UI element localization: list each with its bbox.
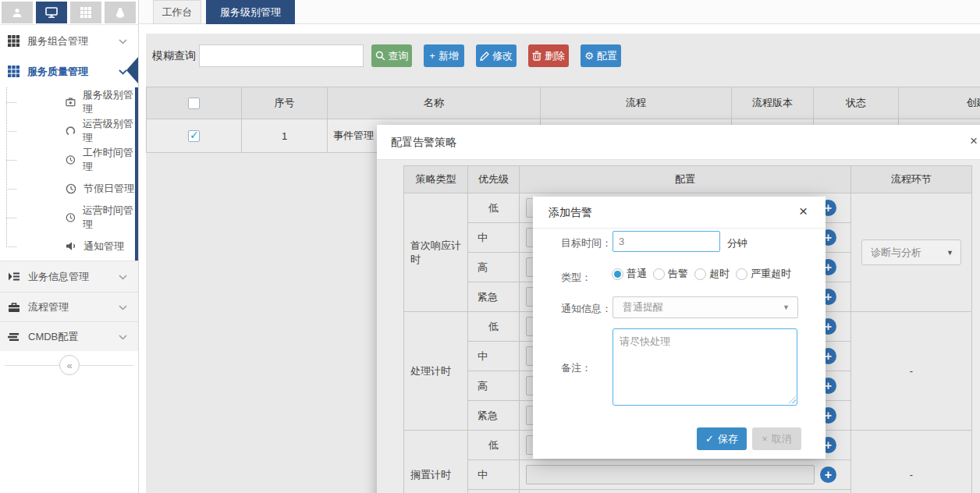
radio-label: 普通	[627, 267, 647, 281]
list-arrow-icon	[8, 271, 20, 282]
add-button[interactable]: + 新增	[424, 44, 464, 67]
target-time-input[interactable]	[612, 231, 720, 252]
sidebar-item-label: 运营时间管理	[83, 204, 138, 232]
config-button[interactable]: ⚙ 配置	[581, 44, 621, 67]
briefcase-icon	[8, 302, 20, 313]
column-header-config: 配置	[520, 166, 851, 193]
radio-label: 告警	[668, 267, 688, 281]
delete-button[interactable]: 删除	[528, 44, 569, 67]
radio-icon	[612, 268, 623, 280]
sidebar-item-service-portfolio[interactable]: 服务组合管理	[0, 26, 138, 56]
grid-apps-icon[interactable]	[70, 2, 101, 23]
radio-alert[interactable]: 告警	[653, 267, 688, 281]
sidebar-item-ops-time[interactable]: 运营时间管理	[0, 203, 138, 232]
caret-down-icon: ▼	[946, 249, 953, 257]
priority-cell: 中	[468, 342, 520, 371]
fuzzy-search-input[interactable]	[199, 44, 364, 67]
chevron-down-icon	[119, 331, 127, 342]
sidebar-item-holiday[interactable]: 节假日管理	[0, 174, 138, 203]
tab-workbench[interactable]: 工作台	[153, 0, 201, 24]
notify-select-value: 普通提醒	[623, 300, 663, 314]
column-header-priority: 优先级	[468, 166, 520, 193]
modal-header: 配置告警策略 ×	[377, 125, 980, 160]
grid-icon	[8, 66, 20, 77]
gear-icon: ⚙	[584, 50, 594, 62]
radio-icon	[653, 268, 665, 280]
config-cell: +	[520, 490, 851, 493]
add-alert-plus-button[interactable]: +	[820, 466, 836, 483]
button-label: 修改	[492, 49, 513, 63]
user-icon[interactable]	[2, 2, 33, 23]
radio-normal[interactable]: 普通	[612, 267, 647, 281]
save-button[interactable]: ✓ 保存	[697, 427, 747, 450]
sidebar-collapse-button[interactable]: «	[59, 355, 80, 375]
user-icon	[12, 7, 23, 18]
sidebar-item-sla-management[interactable]: 服务级别管理	[0, 87, 138, 116]
radio-severe-timeout[interactable]: 严重超时	[736, 267, 791, 281]
sidebar-item-cmdb-config[interactable]: CMDB配置	[0, 321, 138, 351]
grid-icon	[8, 35, 20, 47]
sidebar-item-label: 运营级别管理	[83, 117, 138, 145]
clock-icon	[66, 154, 76, 165]
sidebar-item-process-mgmt[interactable]: 流程管理	[0, 292, 138, 321]
config-input[interactable]	[526, 465, 815, 484]
button-label: 配置	[597, 49, 617, 63]
modal-title: 配置告警策略	[391, 136, 456, 150]
row-seq: 1	[242, 119, 328, 153]
resize-grip-icon[interactable]	[789, 396, 796, 403]
trash-icon	[532, 51, 541, 61]
radio-icon	[694, 268, 706, 280]
notify-label: 通知信息：	[561, 302, 612, 316]
button-label: 删除	[545, 49, 565, 63]
close-icon[interactable]: ×	[970, 133, 978, 149]
tab-label: 服务级别管理	[220, 5, 281, 20]
sidebar-submenu: 服务级别管理 运营级别管理 工作时间管理 节假日管理 运营时间管理 通知管理	[0, 87, 138, 261]
select-all-checkbox[interactable]	[188, 98, 200, 109]
priority-cell: 低	[468, 312, 520, 342]
notify-select[interactable]: 普通提醒 ▼	[612, 296, 798, 318]
target-time-unit: 分钟	[727, 236, 747, 250]
priority-cell: 低	[468, 431, 520, 460]
column-header-status: 状态	[814, 87, 899, 119]
chevron-down-icon	[119, 35, 127, 47]
priority-cell: 高	[468, 253, 520, 282]
edit-button[interactable]: 修改	[476, 44, 517, 67]
close-icon[interactable]: ×	[799, 203, 808, 220]
sidebar-item-label: 节假日管理	[83, 182, 134, 196]
type-radio-group: 普通 告警 超时 严重超时	[612, 267, 797, 281]
radio-timeout[interactable]: 超时	[694, 267, 730, 281]
submenu-scrollbar[interactable]	[135, 87, 138, 261]
divider	[0, 24, 139, 25]
priority-cell: 中	[468, 460, 520, 490]
priority-cell: 紧急	[468, 282, 520, 312]
modal-title: 添加告警	[549, 206, 592, 220]
sidebar-item-notification[interactable]: 通知管理	[0, 232, 138, 261]
cancel-button[interactable]: × 取消	[752, 427, 801, 450]
sidebar-item-work-time[interactable]: 工作时间管理	[0, 145, 138, 174]
stage-cell: -	[851, 431, 972, 493]
linux-icon[interactable]	[105, 2, 136, 23]
tab-sla-management[interactable]: 服务级别管理	[206, 0, 295, 24]
chevron-down-icon	[119, 301, 127, 313]
clock-icon	[66, 212, 76, 223]
row-checkbox[interactable]: ✓	[188, 130, 200, 142]
sidebar-item-business-info[interactable]: 业务信息管理	[0, 261, 138, 292]
monitor-icon[interactable]	[36, 2, 67, 23]
remark-textarea[interactable]: 请尽快处理	[612, 328, 797, 406]
sidebar-item-label: 流程管理	[28, 300, 69, 314]
check-icon: ✓	[190, 129, 199, 141]
sidebar-item-service-quality[interactable]: 服务质量管理	[0, 56, 138, 87]
priority-cell: 紧急	[468, 401, 520, 431]
stage-select[interactable]: 诊断与分析 ▼	[861, 239, 961, 265]
query-button[interactable]: 查询	[371, 44, 412, 67]
sidebar-item-label: CMDB配置	[28, 330, 78, 344]
stage-select-value: 诊断与分析	[871, 246, 921, 260]
active-section-marker	[126, 57, 138, 83]
sidebar-item-label: 服务质量管理	[27, 65, 88, 79]
clock-icon	[66, 183, 76, 194]
column-header-flow-version: 流程版本	[732, 87, 814, 119]
stage-cell: -	[851, 312, 972, 431]
strategy-type-cell: 处理计时	[404, 312, 468, 431]
sidebar-item-ops-level[interactable]: 运营级别管理	[0, 116, 138, 145]
priority-cell: 高	[468, 371, 520, 401]
